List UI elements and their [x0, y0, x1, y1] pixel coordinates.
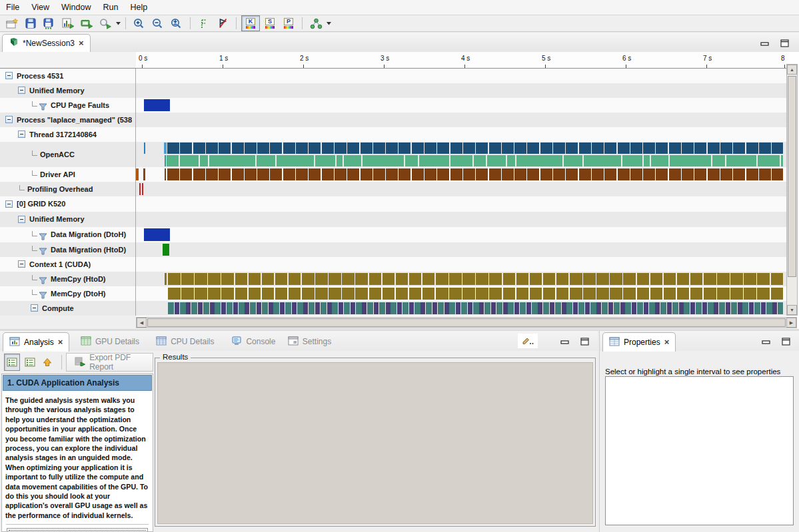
- close-tab-icon[interactable]: ×: [58, 339, 63, 346]
- interval-bar[interactable]: [203, 302, 209, 314]
- timeline-row-profiling-overhead[interactable]: Profiling Overhead: [0, 182, 135, 196]
- interval-bar[interactable]: [419, 155, 449, 166]
- interval-bar[interactable]: [296, 168, 308, 180]
- interval-bar[interactable]: [409, 273, 422, 285]
- interval-bar[interactable]: [476, 273, 488, 285]
- interval-bar[interactable]: [590, 302, 596, 314]
- interval-bar[interactable]: [553, 142, 565, 154]
- new-session-icon[interactable]: [3, 16, 21, 31]
- interval-bar[interactable]: [215, 302, 221, 314]
- interval-bar[interactable]: [337, 155, 343, 166]
- interval-bar[interactable]: [449, 273, 462, 285]
- interval-bar[interactable]: [720, 142, 732, 154]
- interval-bar[interactable]: [422, 288, 435, 300]
- collapse-icon[interactable]: [5, 200, 13, 208]
- scroll-down-icon[interactable]: ▼: [787, 305, 797, 315]
- timeline-row-0-grid-k520[interactable]: [0] GRID K520: [0, 196, 135, 212]
- interval-bar[interactable]: [235, 273, 248, 285]
- timeline-row-process-laplace-managed-538[interactable]: Process "laplace_managed" (538: [0, 113, 135, 127]
- interval-bar[interactable]: [444, 302, 449, 314]
- interval-bar[interactable]: [405, 155, 418, 166]
- interval-bar[interactable]: [420, 302, 425, 314]
- interval-bar[interactable]: [322, 168, 334, 180]
- interval-bar[interactable]: [503, 273, 516, 285]
- scroll-up-icon[interactable]: ▲: [787, 65, 797, 75]
- vertical-scrollbar[interactable]: ▲ ▼: [786, 64, 798, 316]
- interval-bar[interactable]: [660, 302, 666, 314]
- interval-bar[interactable]: [489, 273, 502, 285]
- interval-bar[interactable]: [175, 302, 179, 314]
- interval-bar[interactable]: [618, 142, 630, 154]
- dropdown-caret-icon[interactable]: [325, 16, 332, 31]
- interval-bar[interactable]: [269, 302, 273, 314]
- interval-bar[interactable]: [383, 288, 395, 300]
- timeline-row-cpu-page-faults[interactable]: CPU Page Faults: [0, 98, 135, 113]
- filter-icon[interactable]: [39, 290, 47, 302]
- interval-bar[interactable]: [637, 288, 650, 300]
- interval-bar[interactable]: [386, 168, 398, 180]
- interval-bar[interactable]: [144, 228, 170, 241]
- maximize-icon[interactable]: [782, 336, 791, 348]
- interval-bar[interactable]: [144, 99, 170, 111]
- interval-bar[interactable]: [717, 273, 730, 285]
- interval-bar[interactable]: [596, 302, 601, 314]
- scroll-left-icon[interactable]: ◀: [137, 318, 147, 328]
- interval-bar[interactable]: [503, 288, 516, 300]
- interval-bar[interactable]: [766, 302, 772, 314]
- interval-bar[interactable]: [516, 155, 562, 166]
- process-coloring-icon[interactable]: P: [280, 16, 297, 31]
- interval-bar[interactable]: [181, 273, 194, 285]
- interval-bar[interactable]: [655, 302, 660, 314]
- timeline-lane-unified-memory[interactable]: [136, 83, 786, 98]
- interval-bar[interactable]: [289, 288, 301, 300]
- interval-bar[interactable]: [623, 273, 636, 285]
- menu-window[interactable]: Window: [55, 1, 97, 14]
- interval-bar[interactable]: [273, 302, 279, 314]
- interval-bar[interactable]: [543, 288, 556, 300]
- filter-icon[interactable]: [39, 246, 47, 258]
- save-all-icon[interactable]: [41, 16, 58, 31]
- interval-bar[interactable]: [772, 302, 777, 314]
- interval-bar[interactable]: [167, 168, 179, 180]
- interval-bar[interactable]: [449, 288, 462, 300]
- timeline-lane-process-laplace-managed-538[interactable]: [136, 113, 786, 127]
- interval-bar[interactable]: [397, 302, 402, 314]
- timeline-row-unified-memory[interactable]: Unified Memory: [0, 83, 135, 98]
- interval-bar[interactable]: [508, 302, 514, 314]
- interval-bar[interactable]: [309, 168, 321, 180]
- interval-bar[interactable]: [489, 288, 502, 300]
- interval-bar[interactable]: [309, 302, 315, 314]
- interval-bar[interactable]: [704, 288, 716, 300]
- timeline-row-compute[interactable]: Compute: [0, 301, 135, 316]
- interval-bar[interactable]: [302, 288, 315, 300]
- interval-bar[interactable]: [758, 155, 780, 166]
- interval-bar[interactable]: [667, 302, 672, 314]
- interval-bar[interactable]: [245, 142, 257, 154]
- tab-settings[interactable]: Settings: [282, 332, 337, 351]
- interval-bar[interactable]: [180, 142, 192, 154]
- interval-bar[interactable]: [302, 273, 315, 285]
- interval-bar[interactable]: [738, 302, 742, 314]
- interval-bar[interactable]: [651, 155, 668, 166]
- interval-bar[interactable]: [757, 288, 770, 300]
- interval-bar[interactable]: [733, 142, 745, 154]
- view-menu-icon[interactable]: [518, 334, 538, 348]
- interval-bar[interactable]: [450, 168, 462, 180]
- interval-bar[interactable]: [708, 168, 720, 180]
- interval-bar[interactable]: [361, 142, 373, 154]
- interval-bar[interactable]: [679, 302, 684, 314]
- interval-bar[interactable]: [275, 273, 288, 285]
- menu-file[interactable]: File: [0, 1, 25, 14]
- interval-bar[interactable]: [180, 155, 199, 166]
- interval-bar[interactable]: [289, 273, 301, 285]
- interval-bar[interactable]: [257, 302, 261, 314]
- interval-bar[interactable]: [516, 288, 529, 300]
- interval-bar[interactable]: [414, 302, 420, 314]
- interval-bar[interactable]: [540, 142, 552, 154]
- menu-help[interactable]: Help: [124, 1, 153, 14]
- guided-analysis-button[interactable]: [4, 354, 20, 371]
- interval-bar[interactable]: [142, 183, 143, 195]
- timeline-lane-cpu-page-faults[interactable]: [136, 98, 786, 113]
- interval-bar[interactable]: [596, 288, 609, 300]
- interval-bar[interactable]: [604, 168, 616, 180]
